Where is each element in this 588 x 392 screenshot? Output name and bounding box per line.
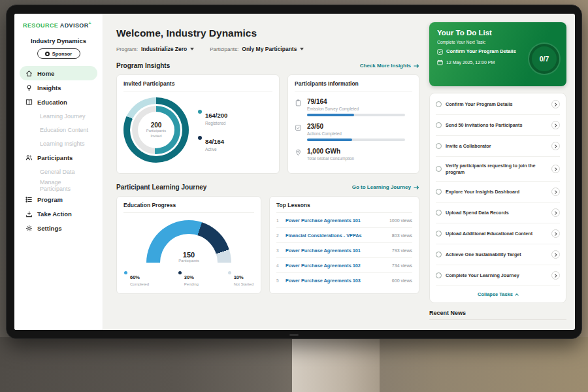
clipboard-icon bbox=[295, 99, 302, 106]
task-chevron-button[interactable] bbox=[551, 121, 560, 129]
task-row[interactable]: Complete Your Learning Journey bbox=[436, 265, 560, 286]
task-row[interactable]: Send 50 Invitations to Participants bbox=[436, 115, 560, 136]
chevron-right-icon bbox=[554, 190, 557, 193]
program-select[interactable]: Program: Industrialize Zero bbox=[116, 46, 194, 52]
lesson-link[interactable]: Power Purchase Agreements 103 bbox=[286, 278, 388, 284]
task-chevron-button[interactable] bbox=[551, 229, 560, 238]
program-select-label: Program: bbox=[116, 46, 138, 52]
sidebar-item-education[interactable]: Education bbox=[20, 95, 97, 109]
task-row[interactable]: Upload Additional Educational Content bbox=[436, 223, 560, 244]
sidebar-item-manage-participants[interactable]: Manage Participants bbox=[20, 178, 97, 192]
sidebar-item-education-content[interactable]: Education Content bbox=[20, 123, 97, 137]
todo-progress-badge: 0/7 bbox=[529, 44, 559, 74]
sidebar-item-label: Learning Insights bbox=[40, 140, 85, 147]
lesson-views: 600 views bbox=[392, 278, 412, 283]
sidebar-nav: Home Insights Education Learning Journey… bbox=[14, 66, 103, 235]
location-pin-icon bbox=[295, 149, 302, 156]
sidebar-item-program[interactable]: Program bbox=[20, 192, 97, 206]
task-row[interactable]: Upload Spend Data Records bbox=[436, 203, 560, 223]
stat-value: 23/50 bbox=[307, 123, 405, 130]
task-checkbox[interactable] bbox=[436, 210, 442, 216]
link-label: Check More Insights bbox=[360, 63, 411, 69]
sidebar-item-learning-insights[interactable]: Learning Insights bbox=[20, 137, 97, 150]
download-icon bbox=[25, 210, 33, 218]
sidebar-item-label: Insights bbox=[37, 84, 61, 91]
lesson-views: 793 views bbox=[392, 248, 412, 253]
task-row[interactable]: Explore Your Insights Dashboard bbox=[436, 182, 560, 203]
gear-icon bbox=[25, 225, 33, 232]
learning-cards-row: Education Progress 150 Participants bbox=[116, 196, 419, 294]
sidebar-item-home[interactable]: Home bbox=[20, 66, 97, 80]
todo-next-task[interactable]: Confirm Your Program Details bbox=[437, 48, 523, 55]
sidebar-item-label: General Data bbox=[40, 169, 75, 175]
go-to-learning-journey-link[interactable]: Go to Learning Journey bbox=[352, 184, 419, 190]
stat-actions-completed: 23/50 Actions Completed bbox=[295, 123, 412, 141]
task-chevron-button[interactable] bbox=[551, 271, 560, 280]
stat-label: Actions Completed bbox=[307, 131, 405, 136]
legend-item-not-started: 10%Not Started bbox=[228, 270, 253, 286]
arrow-right-icon bbox=[414, 185, 419, 190]
task-chevron-button[interactable] bbox=[551, 165, 560, 173]
logo-part-2: ADVISOR bbox=[58, 22, 88, 29]
lesson-link[interactable]: Power Purchase Agreements 101 bbox=[286, 248, 388, 253]
task-checkbox[interactable] bbox=[436, 272, 442, 278]
program-insights-header: Program Insights Check More Insights bbox=[116, 62, 419, 69]
task-chevron-button[interactable] bbox=[551, 188, 560, 196]
sidebar-item-learning-journey[interactable]: Learning Journey bbox=[20, 109, 97, 123]
todo-next-task-label: Confirm Your Program Details bbox=[446, 48, 516, 54]
sidebar-item-take-action[interactable]: Take Action bbox=[20, 206, 97, 221]
learning-journey-header: Participant Learning Journey Go to Learn… bbox=[116, 184, 419, 191]
filter-bar: Program: Industrialize Zero Participants… bbox=[116, 46, 419, 52]
org-name: Industry Dynamics bbox=[14, 37, 103, 44]
task-checkbox[interactable] bbox=[436, 252, 442, 257]
task-row[interactable]: Invite a Collaborator bbox=[436, 136, 560, 157]
lesson-rank: 5 bbox=[276, 278, 282, 283]
sidebar-item-settings[interactable]: Settings bbox=[20, 221, 97, 235]
monitor-logo bbox=[289, 334, 299, 336]
main-content: Welcome, Industry Dynamics Program: Indu… bbox=[103, 14, 427, 330]
task-label: Invite a Collaborator bbox=[446, 143, 547, 150]
collapse-tasks-link[interactable]: Collapse Tasks bbox=[436, 286, 560, 302]
sidebar-item-label: Program bbox=[37, 196, 63, 203]
progress-bar bbox=[307, 139, 405, 141]
task-label: Achieve One Sustainability Target bbox=[446, 252, 547, 258]
gauge-center-label: Participants bbox=[146, 259, 231, 263]
progress-bar bbox=[307, 114, 405, 116]
sponsor-badge-label: Sponsor bbox=[52, 51, 72, 57]
sidebar-item-general-data[interactable]: General Data bbox=[20, 165, 97, 178]
task-checkbox[interactable] bbox=[436, 231, 442, 237]
task-chevron-button[interactable] bbox=[551, 142, 560, 150]
legend-dot bbox=[228, 271, 231, 274]
section-title: Participant Learning Journey bbox=[116, 184, 206, 191]
task-checkbox[interactable] bbox=[436, 143, 442, 149]
task-row[interactable]: Verify participants requesting to join t… bbox=[436, 157, 560, 182]
task-checkbox[interactable] bbox=[436, 101, 442, 107]
task-chevron-button[interactable] bbox=[551, 100, 560, 108]
gauge-center: 150 Participants bbox=[146, 251, 231, 263]
invited-donut-chart: 200 Participants Invited bbox=[123, 97, 189, 163]
lesson-link[interactable]: Power Purchase Agreements 101 bbox=[286, 218, 385, 223]
task-row[interactable]: Confirm Your Program Details bbox=[436, 94, 560, 115]
task-checkbox[interactable] bbox=[436, 122, 442, 128]
sidebar-item-participants[interactable]: Participants bbox=[20, 150, 97, 165]
task-label: Confirm Your Program Details bbox=[446, 101, 547, 108]
card-title: Invited Participants bbox=[123, 80, 272, 91]
check-more-insights-link[interactable]: Check More Insights bbox=[360, 63, 419, 69]
task-row[interactable]: Achieve One Sustainability Target bbox=[436, 244, 560, 265]
sidebar-item-label: Settings bbox=[37, 225, 61, 232]
donut-legend: 164/200Registered 84/164Active bbox=[198, 108, 227, 152]
task-chevron-button[interactable] bbox=[551, 208, 560, 217]
participants-select[interactable]: Participants: Only My Participants bbox=[210, 46, 304, 52]
task-checkbox[interactable] bbox=[436, 166, 442, 172]
legend-dot bbox=[198, 110, 202, 114]
sponsor-badge[interactable]: Sponsor bbox=[37, 48, 80, 59]
task-chevron-button[interactable] bbox=[551, 250, 560, 259]
task-checkbox[interactable] bbox=[436, 189, 442, 195]
chevron-right-icon bbox=[554, 144, 557, 148]
lesson-row: 1 Power Purchase Agreements 101 1000 vie… bbox=[276, 213, 412, 228]
lesson-link[interactable]: Financial Considerations - VPPAs bbox=[286, 233, 388, 238]
sidebar-item-insights[interactable]: Insights bbox=[20, 80, 97, 95]
sidebar-item-label: Home bbox=[37, 70, 54, 77]
lesson-rank: 2 bbox=[276, 233, 282, 238]
lesson-link[interactable]: Power Purchase Agreements 102 bbox=[286, 263, 388, 269]
